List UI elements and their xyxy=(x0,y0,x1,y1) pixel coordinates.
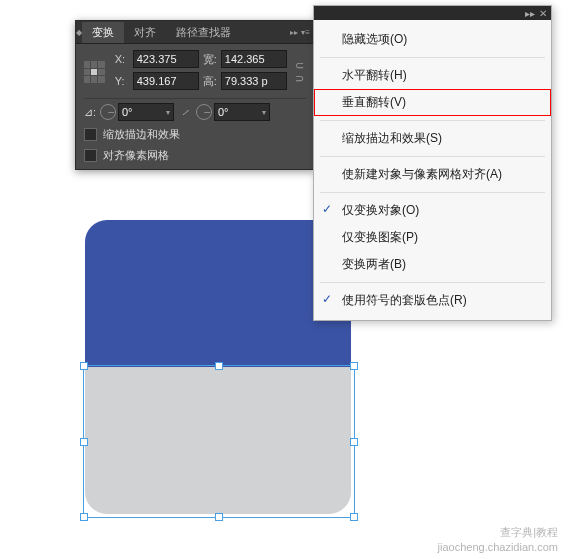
width-input[interactable] xyxy=(221,50,287,68)
h-label: 高: xyxy=(203,74,217,89)
tab-transform[interactable]: 变换 xyxy=(82,22,124,43)
panel-menu-icon[interactable]: ▾≡ xyxy=(301,28,310,37)
rotate-angle-icon[interactable] xyxy=(100,104,116,120)
link-wh-icon[interactable]: ⊂⊃ xyxy=(293,57,306,87)
scale-strokes-label: 缩放描边和效果 xyxy=(103,127,180,142)
menu-transform-both[interactable]: 变换两者(B) xyxy=(314,251,551,278)
check-icon: ✓ xyxy=(322,202,332,216)
y-label: Y: xyxy=(115,75,129,87)
selection-handle[interactable] xyxy=(350,513,358,521)
menu-hide-options[interactable]: 隐藏选项(O) xyxy=(314,26,551,53)
reference-point-grid[interactable] xyxy=(84,61,105,83)
align-pixel-grid-checkbox[interactable] xyxy=(84,149,97,162)
rotate-label: ⊿: xyxy=(84,106,98,119)
shear-icon: ⟋ xyxy=(180,106,194,118)
check-icon: ✓ xyxy=(322,292,332,306)
rounded-rect-top[interactable] xyxy=(85,220,351,367)
align-pixel-grid-label: 对齐像素网格 xyxy=(103,148,169,163)
scale-strokes-checkbox[interactable] xyxy=(84,128,97,141)
selection-handle[interactable] xyxy=(350,362,358,370)
menu-transform-pattern[interactable]: 仅变换图案(P) xyxy=(314,224,551,251)
menu-close-icon[interactable]: ✕ xyxy=(539,8,547,19)
tab-pathfinder[interactable]: 路径查找器 xyxy=(166,22,241,43)
menu-flip-horizontal[interactable]: 水平翻转(H) xyxy=(314,62,551,89)
panel-more-icon[interactable]: ▸▸ xyxy=(290,28,298,37)
menu-scale-strokes[interactable]: 缩放描边和效果(S) xyxy=(314,125,551,152)
menu-collapse-icon[interactable]: ▸▸ xyxy=(525,8,535,19)
menu-separator xyxy=(320,192,545,193)
shear-input[interactable]: 0°▾ xyxy=(214,103,270,121)
menu-separator xyxy=(320,120,545,121)
x-input[interactable] xyxy=(133,50,199,68)
y-input[interactable] xyxy=(133,72,199,90)
selection-handle[interactable] xyxy=(350,438,358,446)
shear-angle-icon[interactable] xyxy=(196,104,212,120)
menu-separator xyxy=(320,57,545,58)
selection-handle[interactable] xyxy=(215,513,223,521)
panel-context-menu: ▸▸ ✕ 隐藏选项(O) 水平翻转(H) 垂直翻转(V) 缩放描边和效果(S) … xyxy=(313,5,552,321)
menu-titlebar: ▸▸ ✕ xyxy=(314,6,551,20)
x-label: X: xyxy=(115,53,129,65)
panel-tab-bar: ◆ 变换 对齐 路径查找器 ▸▸ ▾≡ xyxy=(76,21,314,44)
rounded-rect-bottom[interactable] xyxy=(85,367,351,514)
transform-panel: ◆ 变换 对齐 路径查找器 ▸▸ ▾≡ X: 宽: Y: xyxy=(75,20,315,170)
menu-transform-object[interactable]: ✓ 仅变换对象(O) xyxy=(314,197,551,224)
menu-align-new-pixel[interactable]: 使新建对象与像素网格对齐(A) xyxy=(314,161,551,188)
w-label: 宽: xyxy=(203,52,217,67)
menu-flip-vertical[interactable]: 垂直翻转(V) xyxy=(314,89,551,116)
watermark: 查字典|教程 jiaocheng.chazidian.com xyxy=(438,525,558,554)
menu-separator xyxy=(320,282,545,283)
rotate-input[interactable]: 0°▾ xyxy=(118,103,174,121)
tab-align[interactable]: 对齐 xyxy=(124,22,166,43)
menu-separator xyxy=(320,156,545,157)
height-input[interactable] xyxy=(221,72,287,90)
selection-handle[interactable] xyxy=(80,513,88,521)
menu-use-symbol-reg[interactable]: ✓ 使用符号的套版色点(R) xyxy=(314,287,551,314)
